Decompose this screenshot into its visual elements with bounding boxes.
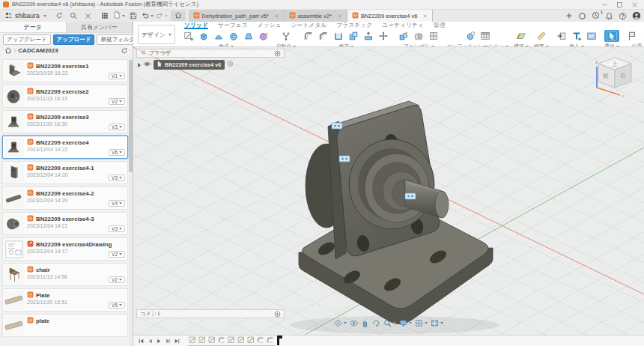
derive-icon[interactable]	[554, 30, 569, 42]
form-icon[interactable]	[256, 30, 271, 42]
automate-icon[interactable]	[279, 30, 294, 42]
timeline-playhead[interactable]	[277, 336, 279, 345]
bell-icon[interactable]	[604, 11, 614, 21]
close-tab-icon[interactable]	[274, 13, 279, 19]
team-menu[interactable]: shibaura	[0, 10, 51, 22]
file-menu-button[interactable]	[115, 11, 124, 21]
version-chip[interactable]: V3	[109, 124, 125, 130]
timeline-step-forward-button[interactable]	[165, 338, 171, 345]
activate-component-radio[interactable]	[227, 61, 234, 69]
document-tab-2[interactable]: BN22209 exercise4 v6	[347, 10, 433, 22]
version-chip[interactable]: V3	[109, 174, 125, 181]
file-item-8[interactable]: chair2023/11/13 14:56V2	[2, 263, 128, 286]
panel-search-button[interactable]	[69, 11, 79, 21]
file-item-7[interactable]: BN22209 exercise4Drawing2023/12/04 14:17…	[2, 237, 128, 261]
combine-icon[interactable]	[346, 30, 361, 42]
toolbar-tab-0[interactable]: ソリッド	[184, 22, 208, 29]
timeline-play-button[interactable]	[156, 338, 162, 345]
help-icon[interactable]	[618, 11, 628, 21]
timeline-feature-fillet-7[interactable]	[256, 336, 265, 345]
measure-icon[interactable]	[534, 30, 549, 42]
joint-icon[interactable]	[411, 30, 426, 42]
new-tab-button[interactable]	[564, 11, 574, 21]
toolbar-tab-6[interactable]: 管理	[434, 22, 446, 29]
comment-bar[interactable]: コメント	[136, 309, 285, 318]
refresh-icon[interactable]	[121, 47, 128, 55]
panel-refresh-button[interactable]	[55, 11, 64, 21]
toolbar-tab-4[interactable]: プラスチック	[336, 22, 372, 29]
new-folder-button[interactable]: 新規フォルダ	[97, 34, 133, 45]
nav-viewports-button[interactable]	[431, 319, 443, 327]
timeline-go-end-button[interactable]	[174, 338, 180, 345]
shell-icon[interactable]	[331, 30, 346, 42]
move-icon[interactable]	[376, 30, 391, 42]
notification-clock-icon[interactable]: 1	[591, 11, 601, 21]
home-tab-button[interactable]	[171, 10, 186, 21]
view-cube[interactable]: z x 上 前 右	[590, 53, 638, 101]
nav-pan-button[interactable]	[361, 319, 369, 327]
timeline-feature-sketch-1[interactable]	[198, 336, 207, 345]
create-sketch-icon[interactable]	[181, 30, 196, 42]
panel-close-button[interactable]	[83, 11, 93, 21]
version-chip[interactable]: V2	[109, 98, 125, 105]
timeline-feature-fillet-3[interactable]	[217, 336, 226, 345]
collapse-panel-icon[interactable]	[140, 49, 146, 57]
timeline-feature-sketch-2[interactable]	[207, 336, 216, 345]
nav-zoom-button[interactable]	[383, 319, 396, 327]
timeline-feature-sketch-5[interactable]	[237, 336, 246, 345]
version-chip[interactable]: V3	[109, 225, 125, 232]
breadcrumb-folder[interactable]: CADCAM2023	[18, 47, 58, 54]
window-close-button[interactable]	[631, 1, 638, 8]
insert-mesh-icon[interactable]	[569, 30, 584, 42]
viewport-3d[interactable]: ブラウザ BN22209 exercise4 v6 z x 上 前 右 コメント	[133, 47, 644, 335]
press-pull-icon[interactable]	[361, 30, 376, 42]
data-panel-tab-1[interactable]: 共有メンバー	[67, 22, 133, 32]
add-comment-icon[interactable]	[274, 311, 281, 318]
new-component-icon[interactable]	[396, 30, 411, 42]
timeline-step-back-button[interactable]	[147, 338, 154, 345]
visibility-eye-icon[interactable]	[143, 60, 151, 70]
fillet-icon[interactable]	[301, 30, 316, 42]
timeline-feature-sketch-4[interactable]	[227, 336, 236, 345]
nav-look-at-button[interactable]	[350, 319, 358, 327]
toolbar-tab-1[interactable]: サーフェス	[218, 22, 248, 29]
workspace-selector[interactable]: デザイン	[138, 25, 175, 44]
timeline-feature-sketch-0[interactable]	[188, 336, 197, 345]
sweep-icon[interactable]	[226, 30, 241, 42]
extrude-icon[interactable]	[196, 30, 211, 42]
model-bearing-bracket[interactable]	[277, 62, 524, 335]
toolbar-tab-3[interactable]: シートメタル	[291, 22, 327, 29]
version-chip[interactable]: V2	[109, 251, 125, 258]
data-panel-tab-0[interactable]: データ	[0, 22, 67, 32]
scrollbar[interactable]	[129, 57, 133, 346]
timeline-go-start-button[interactable]	[138, 338, 145, 345]
nav-rotate-button[interactable]	[372, 319, 380, 327]
file-item-9[interactable]: Plate2023/11/20 15:51V5	[2, 288, 128, 312]
upgrade-button[interactable]: アップグレード	[3, 34, 51, 45]
file-item-0[interactable]: BN22209 exercise12023/10/30 16:23V1	[2, 59, 128, 82]
redo-button[interactable]	[157, 11, 167, 21]
avatar[interactable]	[631, 11, 641, 21]
expand-arrow-icon[interactable]	[138, 63, 141, 67]
version-chip[interactable]: V2	[109, 276, 125, 283]
file-item-4[interactable]: BN22209 exercise4-12023/12/04 14:20V3	[2, 161, 128, 184]
nav-orbit-button[interactable]	[334, 319, 347, 327]
version-chip[interactable]: V4	[109, 200, 125, 207]
version-chip[interactable]: V5	[109, 302, 125, 309]
undo-button[interactable]	[143, 11, 153, 21]
close-tab-icon[interactable]	[422, 13, 428, 19]
home-icon[interactable]	[4, 46, 12, 55]
close-tab-icon[interactable]	[337, 13, 342, 19]
file-item-5[interactable]: BN22209 exercise4-22023/12/04 14:20V4	[2, 186, 128, 210]
loft-icon[interactable]	[241, 30, 256, 42]
configuration-icon[interactable]	[463, 30, 478, 42]
nav-display-settings-button[interactable]	[399, 319, 412, 327]
window-maximize-button[interactable]	[616, 1, 623, 8]
browser-options-icon[interactable]	[274, 50, 281, 57]
upload-button[interactable]: アップロード	[53, 34, 95, 45]
position-flag-icon[interactable]	[625, 30, 640, 42]
document-tab-1[interactable]: assemble v2*	[285, 10, 347, 22]
window-minimize-button[interactable]	[601, 1, 608, 8]
toolbar-tab-5[interactable]: ユーティリティ	[382, 22, 424, 29]
file-item-6[interactable]: BN22209 exercise4-32023/12/04 14:21V3	[2, 212, 128, 235]
